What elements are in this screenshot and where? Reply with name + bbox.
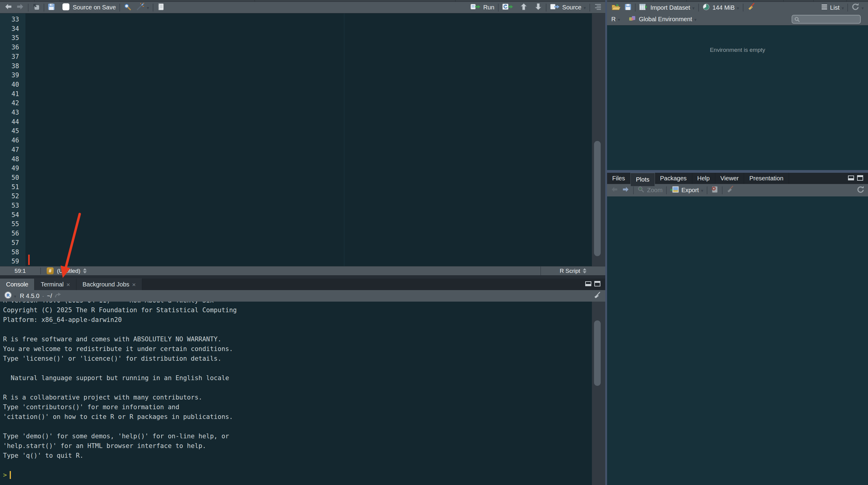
line-number: 39 [0, 71, 26, 80]
clear-objects-icon[interactable] [747, 3, 755, 12]
forward-icon[interactable] [16, 3, 24, 12]
rstudio-window: Source on Save Run Sourc [0, 0, 868, 485]
line-number: 49 [0, 164, 26, 173]
list-view-caret-icon[interactable] [842, 4, 844, 11]
source-file-icon [550, 3, 560, 12]
go-to-directory-icon[interactable] [55, 292, 62, 300]
tab-files[interactable]: Files [607, 173, 630, 184]
refresh-plots-icon[interactable] [857, 186, 864, 195]
engine-selector-caret-icon[interactable] [618, 16, 620, 23]
plots-pane [607, 196, 868, 485]
document-outline-icon[interactable] [594, 3, 601, 11]
console-text-cursor [10, 471, 11, 479]
r-version-label[interactable]: R 4.5.0 [20, 293, 39, 300]
import-dataset-caret-icon[interactable] [692, 4, 695, 11]
tab-files-label: Files [612, 175, 625, 182]
file-type-selector[interactable]: R Script [540, 267, 605, 275]
save-workspace-icon[interactable] [625, 4, 631, 12]
find-replace-icon[interactable] [124, 3, 131, 12]
tab-plots[interactable]: Plots [630, 173, 655, 186]
refresh-environment-icon[interactable] [851, 3, 859, 12]
console-output[interactable]: R version 4.5.0 (2025-04-11) -- "How Abo… [0, 302, 605, 485]
source-on-save-checkbox[interactable] [62, 3, 70, 12]
line-number: 57 [0, 238, 26, 248]
tab-plots-label: Plots [636, 176, 649, 183]
list-view-label[interactable]: List [830, 4, 839, 11]
line-number: 53 [0, 201, 26, 210]
import-dataset-label[interactable]: Import Dataset [650, 4, 690, 11]
source-editor[interactable]: 3334353637383940414243444546474849505152… [0, 13, 605, 266]
back-icon[interactable] [4, 3, 12, 12]
tab-viewer-label: Viewer [720, 175, 739, 182]
export-plot-caret-icon[interactable] [701, 187, 704, 194]
run-button[interactable]: Run [483, 4, 494, 11]
code-tools-caret-icon[interactable] [147, 4, 149, 11]
compile-report-icon[interactable] [157, 3, 164, 12]
editor-scrollbar-thumb[interactable] [594, 141, 601, 256]
source-button[interactable]: Source [562, 4, 581, 11]
console-scrollbar[interactable] [592, 302, 605, 485]
line-number: 47 [0, 145, 26, 155]
tab-console[interactable]: Console [0, 279, 35, 290]
console-r-caret-icon[interactable] [14, 293, 17, 300]
line-number: 55 [0, 219, 26, 229]
tab-packages[interactable]: Packages [655, 173, 692, 184]
tab-console-label: Console [6, 281, 28, 288]
tab-presentation[interactable]: Presentation [744, 173, 788, 184]
console-line [3, 363, 587, 373]
environment-scope-label[interactable]: Global Environment [639, 16, 692, 23]
export-plot-label[interactable]: Export [681, 187, 699, 194]
close-terminal-icon[interactable] [66, 281, 70, 288]
editor-scrollbar[interactable] [592, 13, 605, 266]
go-to-next-chunk-icon[interactable] [534, 3, 542, 12]
tab-help[interactable]: Help [692, 173, 715, 184]
console-line: R is free software and comes with ABSOLU… [3, 334, 587, 344]
memory-usage-label[interactable]: 144 MiB [713, 4, 735, 11]
refresh-environment-caret-icon[interactable] [861, 4, 864, 11]
console-line: You are welcome to redistribute it under… [3, 344, 587, 354]
console-line: Platform: x86_64-apple-darwin20 [3, 315, 587, 325]
tab-background-jobs[interactable]: Background Jobs [76, 279, 142, 290]
code-tools-icon[interactable] [136, 3, 145, 12]
tab-terminal[interactable]: Terminal [35, 279, 76, 290]
console-prompt: > [3, 470, 7, 480]
print-margin-line [344, 13, 344, 266]
engine-selector-label[interactable]: R [611, 16, 616, 23]
working-directory-label[interactable]: ~/ [47, 293, 52, 300]
environment-scope-caret-icon[interactable] [694, 16, 697, 23]
cursor-position: 59:1 [0, 268, 41, 274]
console-scrollbar-thumb[interactable] [594, 321, 601, 386]
tab-presentation-label: Presentation [749, 175, 783, 182]
console-line: Type 'license()' or 'licence()' for dist… [3, 354, 587, 363]
tab-terminal-label: Terminal [41, 281, 64, 288]
maximize-pane-icon[interactable] [594, 281, 600, 288]
console-line [3, 383, 587, 393]
environment-selector-row: R Global Environment [607, 13, 868, 26]
document-switcher-spinner[interactable] [83, 268, 87, 273]
rerun-icon[interactable] [502, 3, 513, 12]
minimize-pane-icon[interactable] [848, 176, 854, 182]
clear-console-icon[interactable] [593, 291, 601, 301]
load-workspace-icon[interactable] [611, 3, 620, 12]
global-environment-icon [628, 15, 636, 23]
tab-viewer[interactable]: Viewer [715, 173, 744, 184]
environment-pane: Environment is empty [607, 26, 868, 170]
close-background-jobs-icon[interactable] [132, 281, 136, 288]
right-pane-divider[interactable] [607, 170, 868, 173]
line-number: 35 [0, 33, 26, 43]
open-in-new-window-icon[interactable] [32, 3, 40, 12]
minimize-pane-icon[interactable] [585, 281, 591, 287]
maximize-pane-icon[interactable] [857, 175, 863, 182]
environment-search-input[interactable] [792, 15, 861, 24]
console-tab-bar: Console Terminal Background Jobs [0, 279, 605, 290]
document-tab-label[interactable]: (Untitled) [57, 268, 80, 274]
save-icon[interactable] [48, 3, 55, 12]
memory-usage-caret-icon[interactable] [737, 4, 739, 11]
tab-help-label: Help [698, 175, 710, 182]
console-line [3, 325, 587, 334]
go-to-previous-chunk-icon[interactable] [520, 3, 528, 12]
line-number: 33 [0, 15, 26, 24]
next-plot-icon [622, 186, 629, 194]
source-caret-icon[interactable] [583, 4, 586, 11]
console-line [3, 422, 587, 431]
